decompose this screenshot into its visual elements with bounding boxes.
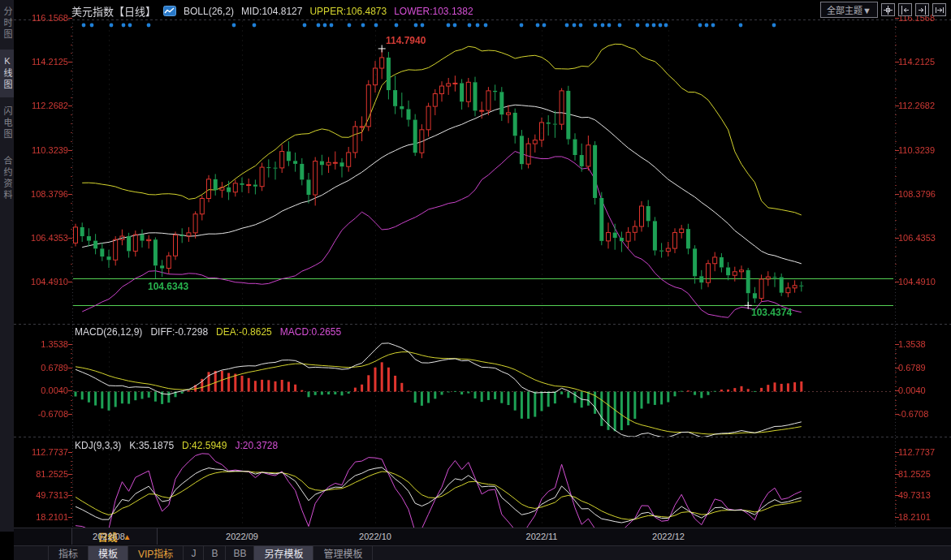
theme-dropdown-button[interactable]: 全部主题▼	[820, 2, 878, 18]
y-axis-label: 112.7737	[898, 447, 949, 457]
tab-save-template[interactable]: 另存模板	[254, 546, 313, 560]
y-axis-label: 81.2525	[898, 469, 949, 479]
macd-diff-value: DIFF:-0.7298	[150, 326, 208, 338]
kdj-k-value: K:35.1875	[129, 440, 174, 451]
pan-right-icon	[935, 6, 944, 15]
y-axis-label: 49.7313	[16, 490, 68, 500]
line-chart-icon	[163, 6, 176, 16]
sidebar-item-lightning-chart[interactable]: 闪电图	[0, 100, 14, 147]
header: 美元指数【日线】 BOLL(26,2) MID:104.8127 UPPER:1…	[71, 3, 473, 19]
y-axis-label: 0.6789	[898, 363, 949, 373]
sidebar-item-contract-info[interactable]: 合约资料	[0, 149, 14, 208]
crosshair-icon	[884, 6, 893, 15]
zoom-in-button[interactable]	[915, 3, 929, 16]
y-axis-label: 104.4910	[16, 277, 68, 286]
y-axis-label: 0.6789	[16, 363, 68, 373]
zoom-in-icon	[918, 6, 927, 15]
y-axis-label: 1.3538	[16, 339, 68, 349]
boll-upper: UPPER:106.4873	[309, 6, 387, 17]
chart-canvas[interactable]	[0, 0, 951, 560]
support-line-label: 104.6343	[148, 281, 188, 292]
y-axis-label: 110.3239	[16, 145, 68, 155]
y-axis-label: 114.2125	[16, 57, 68, 67]
y-axis-label: 108.3796	[898, 189, 949, 199]
app-root: 分时图K线图闪电图合约资料 美元指数【日线】 BOLL(26,2) MID:10…	[0, 0, 951, 560]
boll-mid: MID:104.8127	[241, 6, 302, 17]
macd-header: MACD(26,12,9) DIFF:-0.7298 DEA:-0.8625 M…	[75, 326, 341, 338]
x-axis-label: 2022/11	[526, 532, 558, 541]
y-axis-label: 49.7313	[898, 490, 949, 500]
y-axis-label: 106.4353	[16, 233, 68, 243]
y-axis-label: 114.2125	[898, 57, 949, 67]
y-axis-label: 18.2101	[898, 512, 949, 522]
zoom-out-button[interactable]	[898, 3, 912, 16]
tab-manage-templates[interactable]: 管理模板	[313, 546, 373, 560]
y-axis-label: -0.6708	[898, 409, 949, 419]
tab-b[interactable]: B	[204, 546, 226, 560]
header-controls: 全部主题▼	[820, 2, 946, 18]
y-axis-label: 108.3796	[16, 189, 68, 199]
y-axis-label: 112.2682	[898, 101, 949, 110]
y-axis-label: 104.4910	[898, 277, 949, 286]
y-axis-label: 110.3239	[898, 145, 949, 155]
y-axis-label: 1.3538	[898, 339, 949, 349]
x-axis-label: 2022/08	[93, 532, 125, 541]
boll-lower: LOWER:103.1382	[394, 6, 473, 17]
peak-price-label: 114.7940	[386, 35, 426, 46]
tab-indicators[interactable]: 指标	[48, 546, 89, 560]
boll-label: BOLL(26,2)	[184, 6, 234, 17]
bottom-tab-bar: 指标模板VIP指标JBBB另存模板管理模板	[14, 545, 951, 560]
y-axis-label: 112.2682	[16, 101, 68, 110]
low-price-label: 103.4374	[751, 307, 792, 318]
kdj-d-value: D:42.5949	[182, 440, 227, 451]
tab-vip-indicators[interactable]: VIP指标	[128, 546, 184, 560]
y-axis-label: 0.0040	[898, 386, 949, 395]
kdj-params-label: KDJ(9,3,3)	[75, 440, 121, 451]
tab-j[interactable]: J	[184, 546, 204, 560]
macd-params-label: MACD(26,12,9)	[75, 326, 142, 338]
y-axis-label: 81.2525	[16, 469, 68, 479]
tab-templates[interactable]: 模板	[89, 546, 128, 560]
macd-bar-value: MACD:0.2655	[280, 326, 341, 338]
tab-bb[interactable]: BB	[226, 546, 254, 560]
x-axis-label: 2022/09	[226, 532, 258, 541]
crosshair-tool-button[interactable]	[881, 3, 895, 16]
zoom-out-icon	[901, 6, 910, 15]
pan-right-button[interactable]	[932, 3, 946, 16]
sidebar: 分时图K线图闪电图合约资料	[0, 0, 14, 532]
sidebar-item-kline-chart[interactable]: K线图	[0, 50, 14, 97]
y-axis-label: -0.6708	[16, 409, 68, 419]
sidebar-item-timeshare-chart[interactable]: 分时图	[0, 0, 14, 47]
kdj-header: KDJ(9,3,3) K:35.1875 D:42.5949 J:20.3728	[75, 440, 278, 451]
macd-dea-value: DEA:-0.8625	[216, 326, 272, 338]
y-axis-label: 112.7737	[16, 447, 68, 457]
instrument-title: 美元指数【日线】	[71, 3, 156, 19]
y-axis-label: 18.2101	[16, 512, 68, 522]
kdj-j-value: J:20.3728	[235, 440, 278, 451]
y-axis-label: 116.1568	[16, 13, 68, 23]
x-axis-label: 2022/10	[359, 532, 391, 541]
y-axis-label: 0.0040	[16, 386, 68, 395]
y-axis-label: 106.4353	[898, 233, 949, 243]
x-axis-label: 2022/12	[652, 532, 685, 541]
